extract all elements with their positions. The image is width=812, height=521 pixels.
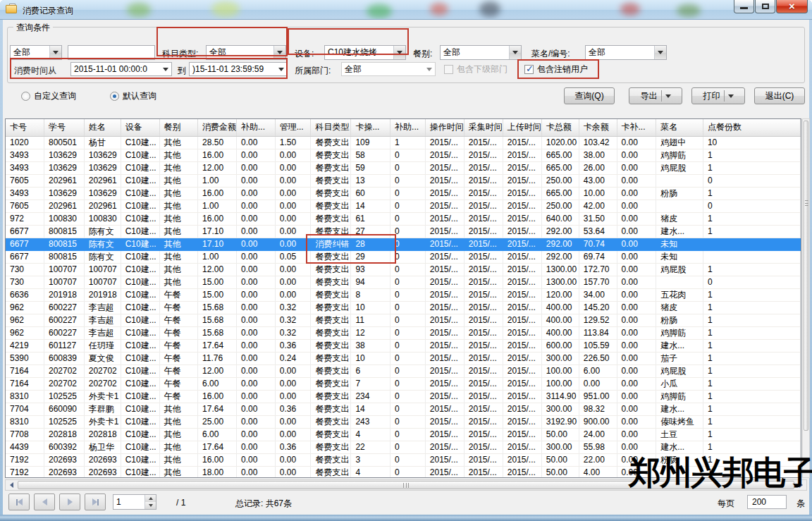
app-window: 消费记录查询 × 查询条件 全部 科目类型: 全部 设备: C10建水烧烤 餐别…: [0, 0, 812, 521]
card-type-combobox[interactable]: 全部: [10, 45, 62, 60]
page-number-spinner[interactable]: 1: [113, 494, 156, 510]
column-header[interactable]: 点餐份数: [703, 119, 800, 136]
table-cell: 0: [390, 149, 426, 161]
column-header[interactable]: 卡操...: [351, 119, 390, 136]
table-cell: 2015/...: [503, 238, 541, 250]
table-row[interactable]: 6636201918201918C10建...午餐15.000.000.00餐费…: [6, 288, 801, 301]
column-header[interactable]: 学号: [44, 119, 84, 136]
column-header[interactable]: 管理...: [275, 119, 311, 136]
first-page-button[interactable]: [8, 494, 30, 510]
exit-button[interactable]: 退出(C): [754, 87, 805, 104]
column-header[interactable]: 设备: [121, 119, 159, 136]
table-cell: 800815: [44, 238, 84, 250]
table-cell: C10建...: [121, 441, 159, 453]
table-row[interactable]: 3493103629103629C10建...其他12.000.000.00餐费…: [6, 161, 801, 174]
export-button[interactable]: 导出: [629, 87, 682, 104]
table-row[interactable]: 7605202961202961C10建...其他1.000.000.00餐费支…: [6, 174, 801, 187]
table-cell: 1.00: [198, 200, 237, 212]
table-row[interactable]: 5390600839夏文俊C10建...午餐11.760.000.24餐费支出1…: [6, 352, 801, 364]
time-from-picker[interactable]: 2015-11-01 00:00:0: [70, 62, 172, 76]
table-row[interactable]: 962600227李吉超C10建...午餐15.680.000.32餐费支出12…: [6, 326, 801, 339]
table-cell: 113.84: [579, 326, 617, 339]
next-page-button[interactable]: [59, 494, 80, 510]
column-header[interactable]: 餐别: [159, 119, 197, 136]
column-header[interactable]: 卡余额: [579, 119, 617, 136]
table-cell: 157.70: [579, 276, 617, 288]
column-header[interactable]: 卡总额: [541, 119, 579, 136]
table-cell: 1: [703, 301, 800, 314]
column-header[interactable]: 卡号: [6, 119, 44, 136]
table-row[interactable]: 7605202961202961C10建...其他1.000.000.00餐费支…: [6, 200, 801, 212]
dish-combobox[interactable]: 全部: [585, 45, 667, 60]
table-cell: 17.64: [198, 403, 237, 415]
last-page-button[interactable]: [85, 494, 106, 510]
table-row[interactable]: 7164202702202702C10建...午餐12.000.000.00餐费…: [6, 364, 801, 377]
table-cell: 餐费支出: [311, 314, 351, 326]
column-header[interactable]: 操作时间: [425, 119, 464, 136]
subject-type-combobox[interactable]: 全部: [206, 45, 286, 60]
table-row[interactable]: 6677800815陈有文C10建...其他17.100.000.00餐费支出2…: [6, 225, 801, 238]
column-header[interactable]: 姓名: [84, 119, 121, 136]
table-row[interactable]: 8310102525外卖卡1C10建...其他25.000.000.00餐费支出…: [6, 415, 801, 428]
maximize-button[interactable]: [755, 0, 775, 13]
table-cell: C10建...: [121, 174, 159, 187]
column-header[interactable]: 消费金额: [198, 119, 237, 136]
time-to-picker[interactable]: )15-11-01 23:59:59: [189, 62, 288, 76]
column-header[interactable]: 菜名: [656, 119, 703, 136]
table-row[interactable]: 962600227李吉超C10建...午餐15.680.000.32餐费支出11…: [6, 314, 801, 326]
column-header[interactable]: 补助...: [390, 119, 426, 136]
default-query-radio[interactable]: 默认查询: [110, 90, 156, 102]
per-page-input[interactable]: 200: [747, 495, 787, 509]
table-row[interactable]: 972100830100830C10建...其他16.000.000.00餐费支…: [6, 212, 801, 225]
subject-type-label: 科目类型:: [162, 48, 198, 60]
minimize-button[interactable]: [734, 0, 754, 13]
table-cell: 其他: [159, 428, 197, 441]
table-cell: 93: [351, 263, 390, 276]
column-header[interactable]: 采集时间: [464, 119, 503, 136]
spinner-up-icon[interactable]: [145, 495, 156, 502]
table-row[interactable]: 7164202702202702C10建...午餐6.000.000.00餐费支…: [6, 377, 801, 390]
card-search-input[interactable]: [68, 45, 155, 60]
table-cell: 2015/...: [425, 250, 464, 263]
table-cell: 16.00: [198, 212, 237, 225]
table-row[interactable]: 7704660090李群鹏C10建...其他17.640.000.36餐费支出1…: [6, 403, 801, 415]
table-cell: 0.00: [237, 314, 276, 326]
table-row[interactable]: 730100707100707C10建...其他15.000.000.00餐费支…: [6, 276, 801, 288]
vertical-scrollbar[interactable]: [802, 118, 810, 478]
table-cell: 1300.00: [541, 276, 579, 288]
table-row[interactable]: 8310102525外卖卡1C10建...午餐16.000.000.00餐费支出…: [6, 390, 801, 403]
table-cell: 12.00: [198, 263, 237, 276]
table-row[interactable]: 7708202818202818C10建...其他6.000.000.00餐费支…: [6, 428, 801, 441]
table-cell: 22.00: [579, 453, 617, 466]
table-row[interactable]: 4219601127任玥瑾C10建...午餐17.640.000.36餐费支出3…: [6, 339, 801, 352]
include-cancelled-users-checkbox[interactable]: ✓ 包含注销用户: [524, 63, 588, 75]
table-row[interactable]: 6677800815陈有文C10建...其他1.000.000.05餐费支出29…: [6, 250, 801, 263]
table-cell: 601127: [44, 339, 84, 352]
column-header[interactable]: 上传时间: [503, 119, 541, 136]
table-cell: 7708: [6, 428, 44, 441]
spinner-down-icon[interactable]: [145, 502, 156, 509]
close-button[interactable]: ×: [776, 0, 808, 13]
table-row[interactable]: 6677800815陈有文C10建...其他17.100.000.00消费纠错2…: [6, 238, 801, 250]
table-cell: 2015/...: [503, 466, 541, 478]
column-header[interactable]: 补助...: [237, 119, 276, 136]
custom-query-radio[interactable]: 自定义查询: [21, 90, 76, 102]
print-button[interactable]: 打印: [691, 87, 745, 104]
meal-combobox[interactable]: 全部: [440, 45, 522, 60]
column-header[interactable]: 卡补...: [617, 119, 656, 136]
table-row[interactable]: 1020800501杨甘C10建...其他28.500.001.50餐费支出10…: [6, 136, 801, 149]
device-combobox[interactable]: C10建水烧烤: [324, 45, 406, 60]
department-combobox[interactable]: 全部: [341, 62, 436, 76]
vertical-scrollbar-thumb[interactable]: [804, 121, 808, 431]
table-cell: 69.74: [579, 250, 617, 263]
include-sub-department-checkbox[interactable]: 包含下级部门: [444, 63, 508, 75]
table-row[interactable]: 962600227李吉超C10建...午餐15.680.000.32餐费支出10…: [6, 301, 801, 314]
scroll-left-arrow-icon[interactable]: [6, 480, 17, 490]
table-cell: 10: [351, 352, 390, 364]
table-row[interactable]: 730100707100707C10建...其他12.000.000.00餐费支…: [6, 263, 801, 276]
table-row[interactable]: 3493103629103629C10建...其他16.000.000.00餐费…: [6, 187, 801, 200]
query-button[interactable]: 查询(Q): [564, 87, 615, 104]
previous-page-button[interactable]: [34, 494, 55, 510]
table-row[interactable]: 3493103629103629C10建...其他16.000.000.00餐费…: [6, 149, 801, 161]
column-header[interactable]: 科目类型: [311, 119, 351, 136]
